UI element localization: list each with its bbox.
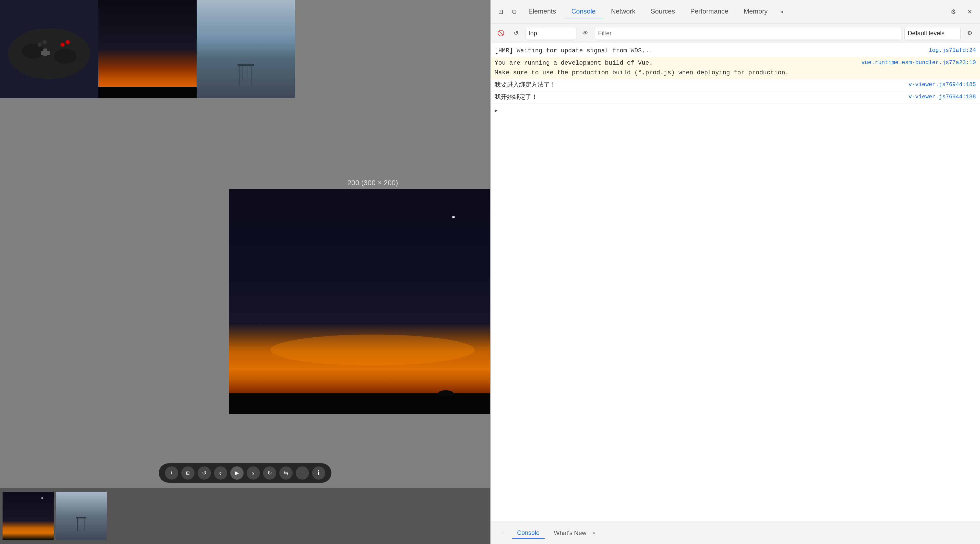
- devtools-panel: ⊡ ⧉ Elements Console Network Sources Per…: [490, 0, 980, 544]
- svg-point-4: [38, 43, 41, 47]
- svg-rect-17: [248, 66, 248, 81]
- thumbnail-gamepad[interactable]: [0, 0, 98, 98]
- console-message-3: 我要进入绑定方法了！: [495, 80, 904, 90]
- strip-thumb-1[interactable]: [3, 492, 54, 540]
- zoom-in-button[interactable]: +: [165, 466, 178, 480]
- tab-sources[interactable]: Sources: [643, 5, 682, 18]
- tab-elements[interactable]: Elements: [521, 5, 563, 18]
- info-button[interactable]: ℹ: [312, 466, 325, 480]
- devtools-undock-button[interactable]: ⧉: [508, 6, 520, 18]
- console-row-3: 我要进入绑定方法了！ v-viewer.js76944:185: [490, 79, 980, 91]
- svg-point-5: [43, 40, 47, 44]
- strip-thumb-2[interactable]: [56, 492, 107, 540]
- console-message-2: You are running a development build of V…: [495, 58, 856, 78]
- svg-rect-16: [243, 66, 243, 81]
- console-settings-button[interactable]: ⚙: [964, 27, 976, 39]
- svg-point-6: [60, 43, 65, 47]
- prev-button[interactable]: ‹: [214, 466, 227, 480]
- bottom-tab-whats-new-container: What's New ×: [549, 527, 595, 539]
- console-content: [HMR] Waiting for update signal from WDS…: [490, 43, 980, 522]
- svg-rect-14: [239, 65, 240, 86]
- console-expand-arrow[interactable]: ▶: [495, 107, 498, 115]
- svg-point-24: [41, 497, 43, 499]
- devtools-settings-button[interactable]: ⚙: [947, 6, 959, 18]
- thumbnail-sunset-dark[interactable]: [98, 0, 197, 98]
- image-info-text: 200 (300 × 200): [347, 179, 398, 187]
- zoom-out-button[interactable]: −: [296, 466, 309, 480]
- svg-rect-28: [84, 518, 85, 531]
- bottom-toolbar: + ⊞ ↺ ‹ ▶ › ↻ ⇆ − ℹ: [0, 463, 490, 483]
- devtools-dock-button[interactable]: ⊡: [495, 6, 507, 18]
- svg-point-3: [54, 49, 76, 64]
- rotate-left-button[interactable]: ↺: [197, 466, 211, 480]
- console-source-4[interactable]: v-viewer.js76944:188: [908, 92, 976, 102]
- thumbnail-row: [0, 0, 295, 98]
- svg-rect-9: [41, 51, 50, 55]
- svg-rect-15: [251, 65, 252, 86]
- svg-point-19: [452, 216, 455, 218]
- svg-point-7: [65, 40, 70, 44]
- devtools-menu-button[interactable]: ≡: [496, 527, 508, 539]
- console-message-1: [HMR] Waiting for update signal from WDS…: [495, 46, 924, 56]
- svg-rect-18: [229, 189, 517, 414]
- svg-rect-25: [56, 492, 107, 540]
- image-info: 200 (300 × 200): [229, 179, 517, 187]
- svg-rect-27: [77, 518, 78, 531]
- console-row-1: [HMR] Waiting for update signal from WDS…: [490, 45, 980, 57]
- devtools-bottom-bar: ≡ Console What's New ×: [490, 522, 980, 544]
- console-source-3[interactable]: v-viewer.js76944:185: [908, 80, 976, 89]
- svg-rect-21: [229, 393, 517, 414]
- bottom-tab-console[interactable]: Console: [512, 527, 545, 539]
- console-message-4: 我开始绑定了！: [495, 92, 904, 102]
- console-refresh-button[interactable]: ↺: [510, 27, 522, 39]
- svg-point-20: [270, 334, 475, 365]
- devtools-close-button[interactable]: ✕: [964, 6, 976, 18]
- main-image-container: [229, 189, 517, 414]
- bottom-tab-whats-new[interactable]: What's New: [549, 527, 591, 539]
- rotate-right-button[interactable]: ↻: [263, 466, 276, 480]
- tab-memory[interactable]: Memory: [737, 5, 775, 18]
- next-button[interactable]: ›: [247, 466, 260, 480]
- svg-point-22: [438, 390, 453, 396]
- bottom-tab-whats-new-close[interactable]: ×: [592, 530, 595, 536]
- console-prompt-row: ▶: [490, 104, 980, 117]
- devtools-wrapper: ✕ ⊡ ⧉ Elements Console Network Sources P…: [490, 0, 980, 544]
- filter-input[interactable]: [595, 27, 901, 39]
- tab-performance[interactable]: Performance: [683, 5, 736, 18]
- tab-network[interactable]: Network: [604, 5, 643, 18]
- devtools-right-icons: ⚙ ✕: [947, 6, 976, 18]
- console-eye-button[interactable]: 👁: [579, 27, 592, 39]
- console-source-2[interactable]: vue.runtime.esm-bundler.js77a23:10: [861, 58, 976, 67]
- console-clear-button[interactable]: 🚫: [495, 27, 507, 39]
- console-source-1[interactable]: log.js71afd:24: [929, 46, 976, 55]
- play-button[interactable]: ▶: [230, 466, 243, 480]
- svg-rect-12: [197, 0, 295, 98]
- thumb-strip: [0, 488, 490, 544]
- toolbar-controls: + ⊞ ↺ ‹ ▶ › ↻ ⇆ − ℹ: [159, 463, 331, 483]
- console-row-2: You are running a development build of V…: [490, 57, 980, 79]
- devtools-header: ⊡ ⧉ Elements Console Network Sources Per…: [490, 0, 980, 24]
- flip-button[interactable]: ⇆: [279, 466, 293, 480]
- svg-rect-23: [3, 492, 54, 540]
- main-image: [229, 189, 517, 414]
- console-toolbar: 🚫 ↺ top 👁 Default levels Verbose Info Wa…: [490, 24, 980, 43]
- tab-more[interactable]: »: [776, 5, 788, 18]
- context-select[interactable]: top: [525, 27, 576, 39]
- tab-console[interactable]: Console: [564, 5, 603, 18]
- log-level-select[interactable]: Default levels Verbose Info Warnings Err…: [904, 27, 961, 39]
- svg-rect-11: [98, 87, 197, 98]
- viewer-panel: 200 (300 × 200) + ⊞ ↺ ‹ ▶ › ↻ ⇆ − ℹ: [0, 0, 490, 544]
- actual-size-button[interactable]: ⊞: [181, 466, 194, 480]
- svg-rect-10: [98, 0, 197, 98]
- thumbnail-pier[interactable]: [197, 0, 295, 98]
- console-row-4: 我开始绑定了！ v-viewer.js76944:188: [490, 91, 980, 104]
